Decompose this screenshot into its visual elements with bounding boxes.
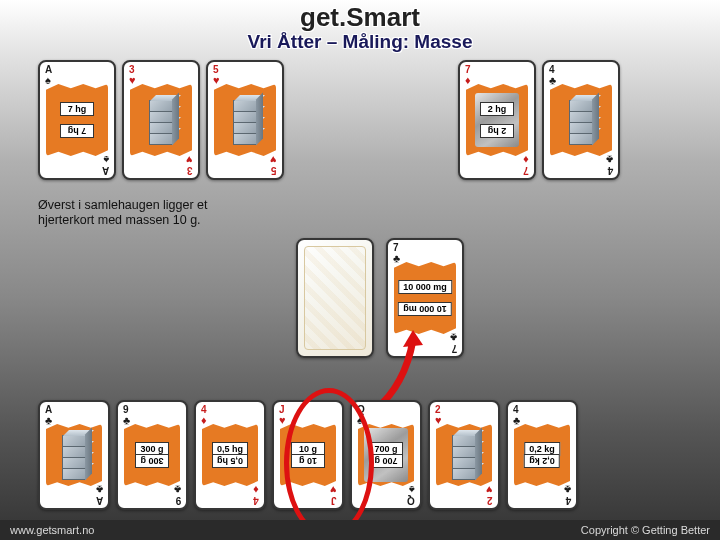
playing-card[interactable]: 7♣7♣10 000 mg10 000 mg [386, 238, 464, 358]
card-rank-top: 9♣ [123, 405, 130, 426]
footer-bar: www.getsmart.no Copyright © Getting Bett… [0, 520, 720, 540]
playing-card[interactable]: 4♦4♦0,5 hg0,5 hg [194, 400, 266, 510]
card-value-bottom: 7 hg [60, 124, 94, 138]
card-value-bottom: 0,5 hg [212, 454, 248, 468]
row-bot: A♣A♣9♣9♣300 g300 g4♦4♦0,5 hg0,5 hgJ♥J♥10… [38, 400, 578, 510]
card-rank-top: 7♣ [393, 243, 400, 264]
card-rank-top: 5♥ [213, 65, 220, 86]
footer-copyright: Copyright © Getting Better [581, 524, 710, 536]
playing-card[interactable]: 2♥2♥ [428, 400, 500, 510]
card-rank-top: 4♦ [201, 405, 207, 426]
card-rank-bottom: Q♠ [407, 484, 415, 505]
playing-card[interactable]: 9♣9♣300 g300 g [116, 400, 188, 510]
playing-card[interactable]: A♠A♠7 hg7 hg [38, 60, 116, 180]
card-rank-top: J♥ [279, 405, 286, 426]
explanation-text: Øverst i samlehaugen ligger et hjerterko… [38, 198, 258, 228]
card-rank-top: 3♥ [129, 65, 136, 86]
card-value-top: 10 000 mg [398, 280, 452, 294]
card-value-top: 2 hg [480, 102, 514, 116]
row-top: A♠A♠7 hg7 hg3♥3♥5♥5♥7♦7♦2 hg2 hg4♣4♣ [38, 60, 620, 180]
cube-stack-icon [444, 430, 484, 480]
cube-stack-icon [141, 95, 181, 145]
footer-url: www.getsmart.no [10, 524, 94, 536]
card-rank-bottom: 7♦ [523, 154, 529, 175]
app-subtitle: Vri Åtter – Måling: Masse [0, 31, 720, 53]
card-rank-top: Q♠ [357, 405, 365, 426]
card-back[interactable] [296, 238, 374, 358]
playing-card[interactable]: J♥J♥10 g10 g [272, 400, 344, 510]
card-value-top: 7 hg [60, 102, 94, 116]
card-rank-top: A♣ [45, 405, 52, 426]
cube-stack-icon [54, 430, 94, 480]
empty-slot [290, 60, 368, 180]
card-rank-bottom: 4♣ [606, 154, 613, 175]
playing-card[interactable]: Q♠Q♠700 g700 g [350, 400, 422, 510]
card-rank-top: A♠ [45, 65, 52, 86]
card-value-bottom: 300 g [135, 454, 169, 468]
card-value-bottom: 700 g [369, 454, 403, 468]
card-rank-top: 4♣ [549, 65, 556, 86]
card-value-bottom: 0,2 kg [524, 454, 560, 468]
card-rank-bottom: 2♥ [486, 484, 493, 505]
card-rank-bottom: 5♥ [270, 154, 277, 175]
card-rank-bottom: A♠ [102, 154, 109, 175]
playing-card[interactable]: 3♥3♥ [122, 60, 200, 180]
app-title: get.Smart [0, 0, 720, 33]
row-mid: 7♣7♣10 000 mg10 000 mg [296, 238, 464, 358]
card-rank-bottom: 4♣ [564, 484, 571, 505]
playing-card[interactable]: 5♥5♥ [206, 60, 284, 180]
playing-card[interactable]: 4♣4♣ [542, 60, 620, 180]
card-rank-bottom: 9♣ [174, 484, 181, 505]
card-value-bottom: 2 hg [480, 124, 514, 138]
card-value-bottom: 10 g [291, 454, 325, 468]
card-rank-bottom: J♥ [330, 484, 337, 505]
playing-card[interactable]: 7♦7♦2 hg2 hg [458, 60, 536, 180]
playing-card[interactable]: A♣A♣ [38, 400, 110, 510]
cube-stack-icon [225, 95, 265, 145]
playing-card[interactable]: 4♣4♣0,2 kg0,2 kg [506, 400, 578, 510]
card-rank-top: 4♣ [513, 405, 520, 426]
empty-slot [374, 60, 452, 180]
card-rank-bottom: 3♥ [186, 154, 193, 175]
card-value-bottom: 10 000 mg [398, 302, 452, 316]
card-rank-bottom: A♣ [96, 484, 103, 505]
cube-stack-icon [561, 95, 601, 145]
card-rank-top: 2♥ [435, 405, 442, 426]
card-rank-bottom: 7♣ [450, 332, 457, 353]
card-rank-bottom: 4♦ [253, 484, 259, 505]
card-rank-top: 7♦ [465, 65, 471, 86]
